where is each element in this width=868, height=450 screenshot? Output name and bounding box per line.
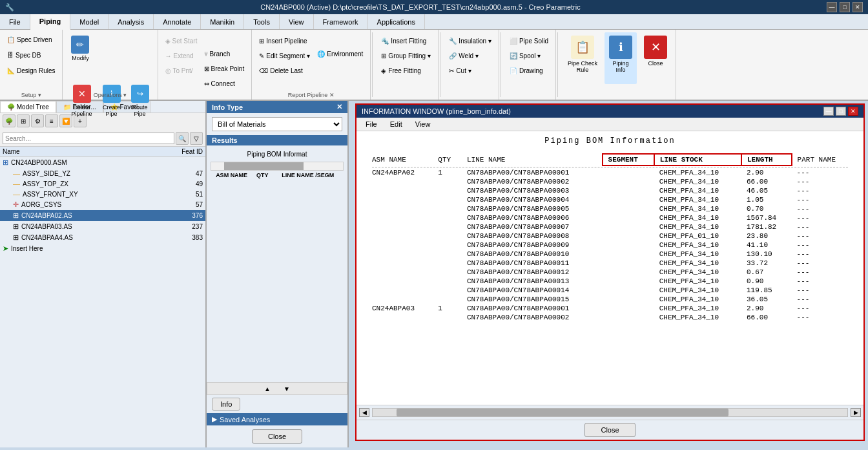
table-row: CN78ABPA00/CN78ABPA00002CHEM_PFA_34_1066…: [367, 177, 853, 186]
main-content-area: INFORMATION WINDOW (pline_bom_info.dat) …: [349, 101, 868, 447]
tab-model[interactable]: Model: [70, 14, 108, 29]
part-icon-2: —: [13, 180, 20, 188]
menu-edit[interactable]: Edit: [384, 119, 409, 129]
maximize-button[interactable]: □: [840, 2, 850, 12]
tree-item-assy-side[interactable]: — ASSY_SIDE_YZ 47: [0, 168, 205, 178]
bom-table: ASM NAME QTY LINE NAME SEGMENT LINE STOC…: [367, 153, 853, 322]
tree-more-btn[interactable]: ≡: [45, 114, 58, 127]
scroll-arrows[interactable]: ▲ ▼: [207, 382, 347, 395]
spec-db-icon: 🗄: [7, 52, 14, 59]
tab-manikin[interactable]: Manikin: [201, 14, 244, 29]
info-window-minimize[interactable]: —: [823, 107, 834, 116]
insulation-button[interactable]: 🔧 Insulation ▾: [446, 34, 495, 48]
environment-button[interactable]: 🌐 Environment: [314, 47, 366, 61]
pipe-solid-button[interactable]: ⬜ Pipe Solid: [506, 34, 552, 48]
create-pipe-button[interactable]: ⌇ CreatePipe: [98, 81, 125, 120]
spec-driven-button[interactable]: 📋 Spec Driven: [4, 32, 55, 47]
table-row: CN78ABPA00/CN78ABPA00003CHEM_PFA_34_1046…: [367, 186, 853, 195]
tree-item-aorg[interactable]: ✛ AORG_CSYS 57: [0, 199, 205, 210]
tab-applications[interactable]: Applications: [368, 14, 425, 29]
results-scrollbar-h[interactable]: [211, 162, 344, 171]
ribbon: 📋 Spec Driven 🗄 Spec DB 📐 Design Rules S…: [0, 30, 868, 101]
scroll-up-icon[interactable]: ▲: [264, 385, 271, 392]
spec-driven-icon: 📋: [7, 36, 15, 43]
info-window-close-button[interactable]: Close: [584, 423, 635, 437]
saved-analyses-item[interactable]: ▶ Saved Analyses: [207, 413, 347, 425]
tree-item-assy-top[interactable]: — ASSY_TOP_ZX 49: [0, 178, 205, 189]
scroll-right-btn[interactable]: ▶: [851, 408, 861, 417]
insert-fitting-button[interactable]: 🔩 Insert Fitting: [378, 34, 434, 48]
tab-file[interactable]: File: [0, 14, 30, 29]
menu-view[interactable]: View: [409, 119, 437, 129]
table-row: CN78ABPA00/CN78ABPA00013CHEM_PFA_34_100.…: [367, 277, 853, 286]
info-action-button[interactable]: Info: [212, 398, 240, 411]
tree-item-cn24abpaa4[interactable]: ⊞ CN24ABPAA4.AS 383: [0, 232, 205, 243]
modify-button[interactable]: ✏ Modify: [67, 32, 94, 71]
report-pipeline-label: Report Pipeline ✕: [252, 92, 370, 98]
info-panel-close-button[interactable]: Close: [252, 429, 302, 444]
pipe-check-rule-button[interactable]: 📋 Pipe CheckRule: [563, 32, 602, 84]
branch-button[interactable]: ⑂ Branch: [201, 47, 248, 61]
cut-button[interactable]: ✂ Cut ▾: [446, 63, 495, 78]
tab-tools[interactable]: Tools: [244, 14, 280, 29]
tree-layers-btn[interactable]: ⊞: [17, 114, 30, 127]
info-panel-close-btn[interactable]: ✕: [336, 103, 342, 111]
part-icon-3: —: [13, 190, 20, 198]
tree-item-insert-here[interactable]: ➤ Insert Here: [0, 243, 205, 254]
tree-item-cn24abpa02[interactable]: ⊞ CN24ABPA02.AS 376: [0, 210, 205, 221]
asm-icon-3: ⊞: [13, 222, 19, 231]
tree-settings-btn[interactable]: ⚙: [31, 114, 44, 127]
drawing-button[interactable]: 📄 Drawing: [506, 63, 552, 78]
table-row: CN24ABPA031CN78ABPA00/CN78ABPA00001CHEM_…: [367, 304, 853, 313]
break-point-button[interactable]: ⊠ Break Point: [201, 61, 248, 76]
spec-db-button[interactable]: 🗄 Spec DB: [4, 48, 44, 62]
table-row: CN78ABPA00/CN78ABPA00004CHEM_PFA_34_101.…: [367, 195, 853, 204]
title-bar: 🔧 CN24ABP000 (Active) D:\ptc\creofile\TS…: [0, 0, 868, 14]
table-row: CN78ABPA00/CN78ABPA00005CHEM_PFA_34_100.…: [367, 204, 853, 213]
tree-search-btn[interactable]: 🔍: [176, 132, 189, 145]
tab-view[interactable]: View: [280, 14, 314, 29]
info-type-dropdown[interactable]: Bill of Materials Pipe Summary Segment I…: [212, 117, 342, 131]
piping-info-button[interactable]: ℹ PipingInfo: [604, 32, 637, 84]
info-window-maximize[interactable]: □: [836, 107, 846, 116]
info-type-panel: Info Type ✕ Bill of Materials Pipe Summa…: [207, 101, 349, 447]
group-fitting-button[interactable]: ⊞ Group Fitting ▾: [378, 48, 434, 63]
model-tree-icon: 🌳: [7, 103, 15, 111]
info-window-close[interactable]: ✕: [848, 107, 858, 116]
table-row: CN78ABPA00/CN78ABPA00006CHEM_PFA_34_1015…: [367, 213, 853, 222]
tree-search-input[interactable]: [3, 133, 174, 144]
tree-column-header: Name Feat ID: [0, 147, 205, 157]
weld-button[interactable]: 🔗 Weld ▾: [446, 48, 495, 63]
scrollbar-h-thumb: [397, 409, 729, 416]
design-rules-button[interactable]: 📐 Design Rules: [4, 63, 58, 78]
tab-model-tree[interactable]: 🌳 Model Tree: [0, 101, 56, 112]
connect-button[interactable]: ⇔ Connect: [201, 76, 248, 91]
route-pipe-button[interactable]: ↪ RoutePipe: [127, 81, 154, 120]
close-ribbon-button[interactable]: ✕ Close: [639, 32, 672, 84]
tab-framework[interactable]: Framework: [314, 14, 368, 29]
table-row: CN78ABPA00/CN78ABPA00012CHEM_PFA_34_100.…: [367, 268, 853, 277]
tree-expand-btn[interactable]: 🌳: [3, 114, 16, 127]
free-fitting-button[interactable]: ◈ Free Fitting: [378, 63, 434, 78]
info-panel-header: Info Type ✕: [207, 101, 347, 113]
minimize-button[interactable]: —: [827, 2, 837, 12]
tab-analysis[interactable]: Analysis: [108, 14, 154, 29]
info-type-section: Bill of Materials Pipe Summary Segment I…: [207, 113, 347, 135]
scroll-down-icon[interactable]: ▼: [284, 385, 290, 392]
col-line-stock: LINE STOCK: [654, 154, 741, 166]
app-close-button[interactable]: ✕: [852, 2, 863, 12]
menu-file[interactable]: File: [359, 119, 384, 129]
scrollbar-horizontal[interactable]: [372, 408, 848, 417]
info-window-titlebar: INFORMATION WINDOW (pline_bom_info.dat) …: [356, 105, 863, 118]
tree-item-cn24abpa03[interactable]: ⊞ CN24ABPA03.AS 237: [0, 221, 205, 232]
tab-piping[interactable]: Piping: [30, 14, 71, 30]
table-row: CN78ABPA00/CN78ABPA00009CHEM_PFA_34_1041…: [367, 241, 853, 250]
delete-pipeline-button[interactable]: ✕ DeletePipeline: [67, 81, 96, 120]
tab-annotate[interactable]: Annotate: [154, 14, 201, 29]
tree-item-cn24abp000[interactable]: ⊞ CN24ABP000.ASM: [0, 157, 205, 168]
tree-filter2-btn[interactable]: ▽: [190, 132, 203, 145]
scroll-left-btn[interactable]: ◀: [359, 408, 369, 417]
table-row: CN78ABPA00/CN78ABPA00014CHEM_PFA_34_1011…: [367, 286, 853, 295]
tree-item-assy-front[interactable]: — ASSY_FRONT_XY 51: [0, 189, 205, 199]
spool-button[interactable]: 🔄 Spool ▾: [506, 48, 552, 63]
